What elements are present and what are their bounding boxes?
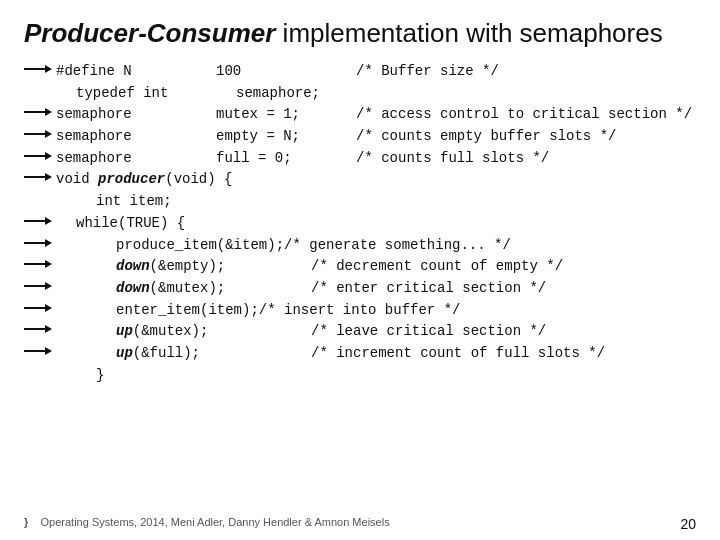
svg-marker-11 xyxy=(45,217,52,225)
page-number: 20 xyxy=(680,516,696,532)
code-line: while(TRUE) { xyxy=(24,213,696,235)
svg-marker-17 xyxy=(45,282,52,290)
code-line: semaphoremutex = 1;/* access control to … xyxy=(24,104,696,126)
footer: } Operating Systems, 2014, Meni Adler, D… xyxy=(0,516,720,532)
svg-marker-1 xyxy=(45,65,52,73)
title-italic: Producer-Consumer xyxy=(24,18,275,48)
code-block: #define N100/* Buffer size */typedef int… xyxy=(24,61,696,386)
code-line: #define N100/* Buffer size */ xyxy=(24,61,696,83)
code-line: down(&mutex);/* enter critical section *… xyxy=(24,278,696,300)
slide-title: Producer-Consumer implementation with se… xyxy=(24,18,696,49)
title-normal: implementation with semaphores xyxy=(275,18,662,48)
svg-marker-21 xyxy=(45,325,52,333)
code-line: } xyxy=(24,365,696,387)
svg-marker-5 xyxy=(45,130,52,138)
svg-marker-15 xyxy=(45,260,52,268)
page: Producer-Consumer implementation with se… xyxy=(0,0,720,396)
code-line: semaphorefull = 0;/* counts full slots *… xyxy=(24,148,696,170)
svg-marker-9 xyxy=(45,173,52,181)
svg-marker-7 xyxy=(45,152,52,160)
code-line: int item; xyxy=(24,191,696,213)
code-line: enter_item(item);/* insert into buffer *… xyxy=(24,300,696,322)
code-line: void producer(void) { xyxy=(24,169,696,191)
code-line: typedef intsemaphore; xyxy=(24,83,696,105)
citation-text: Operating Systems, 2014, Meni Adler, Dan… xyxy=(41,516,390,528)
svg-marker-13 xyxy=(45,239,52,247)
code-line: semaphoreempty = N;/* counts empty buffe… xyxy=(24,126,696,148)
code-line: down(&empty);/* decrement count of empty… xyxy=(24,256,696,278)
code-line: produce_item(&item);/* generate somethin… xyxy=(24,235,696,257)
code-line: up(&full);/* increment count of full slo… xyxy=(24,343,696,365)
svg-marker-3 xyxy=(45,108,52,116)
svg-marker-19 xyxy=(45,304,52,312)
code-line: up(&mutex);/* leave critical section */ xyxy=(24,321,696,343)
footer-citation: } Operating Systems, 2014, Meni Adler, D… xyxy=(24,516,390,532)
svg-marker-23 xyxy=(45,347,52,355)
